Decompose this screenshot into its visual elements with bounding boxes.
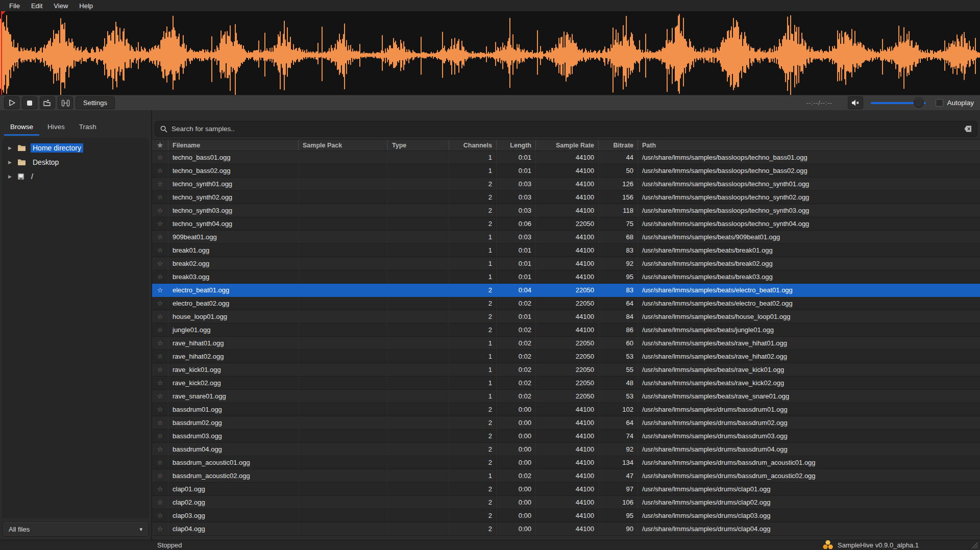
- favorite-star-icon[interactable]: ☆: [152, 509, 168, 522]
- settings-button[interactable]: Settings: [76, 96, 115, 109]
- table-row[interactable]: ☆rave_snare01.ogg10:022205053/usr/share/…: [152, 390, 980, 403]
- favorite-star-icon[interactable]: ☆: [152, 456, 168, 469]
- favorite-star-icon[interactable]: ☆: [152, 244, 168, 257]
- table-row[interactable]: ☆bassdrum01.ogg20:0044100102/usr/share/l…: [152, 403, 980, 416]
- table-row[interactable]: ☆break03.ogg10:014410095/usr/share/lmms/…: [152, 270, 980, 284]
- table-row[interactable]: ☆techno_synth03.ogg20:0344100118/usr/sha…: [152, 204, 980, 217]
- tab-browse[interactable]: Browse: [3, 119, 40, 136]
- table-row[interactable]: ☆techno_synth04.ogg20:062205075/usr/shar…: [152, 217, 980, 231]
- autoplay-checkbox[interactable]: [936, 99, 943, 107]
- table-row[interactable]: ☆bassdrum04.ogg20:004410092/usr/share/lm…: [152, 443, 980, 456]
- favorite-star-icon[interactable]: ☆: [152, 164, 168, 178]
- table-row[interactable]: ☆clap04.ogg20:004410090/usr/share/lmms/s…: [152, 522, 980, 536]
- table-row[interactable]: ☆clap01.ogg20:004410097/usr/share/lmms/s…: [152, 483, 980, 496]
- menu-item-file[interactable]: File: [4, 1, 25, 11]
- expander-icon[interactable]: ▶: [8, 145, 13, 151]
- favorite-star-icon[interactable]: ☆: [152, 443, 168, 456]
- favorite-star-icon[interactable]: ☆: [152, 310, 168, 323]
- waveform-panel[interactable]: [0, 11, 980, 95]
- table-row[interactable]: ☆clap03.ogg20:004410095/usr/share/lmms/s…: [152, 509, 980, 522]
- loop-button[interactable]: [40, 96, 55, 109]
- table-row[interactable]: ☆electro_beat02.ogg20:022205064/usr/shar…: [152, 297, 980, 310]
- table-row[interactable]: ☆house_loop01.ogg20:014410084/usr/share/…: [152, 310, 980, 323]
- table-row[interactable]: ☆rave_hihat01.ogg10:022205060/usr/share/…: [152, 337, 980, 350]
- favorite-star-icon[interactable]: ☆: [152, 350, 168, 363]
- favorite-star-icon[interactable]: ☆: [152, 390, 168, 403]
- column-header-bitrate[interactable]: Bitrate: [599, 140, 638, 151]
- favorite-star-icon[interactable]: ☆: [152, 284, 168, 297]
- volume-knob[interactable]: [914, 97, 924, 108]
- cell-channels: 1: [449, 244, 497, 257]
- favorite-star-icon[interactable]: ☆: [152, 363, 168, 377]
- favorite-star-icon[interactable]: ☆: [152, 522, 168, 536]
- play-button[interactable]: [4, 96, 19, 109]
- favorite-star-icon[interactable]: ☆: [152, 231, 168, 244]
- table-row[interactable]: ☆rave_kick02.ogg10:022205048/usr/share/l…: [152, 377, 980, 390]
- tab-hives[interactable]: Hives: [40, 119, 72, 136]
- search-bar[interactable]: [155, 121, 977, 137]
- volume-slider[interactable]: [871, 96, 926, 109]
- favorite-star-icon[interactable]: ☆: [152, 337, 168, 350]
- table-row[interactable]: ☆electro_beat01.ogg20:042205083/usr/shar…: [152, 284, 980, 297]
- favorite-star-icon[interactable]: ☆: [152, 377, 168, 390]
- waveform-canvas[interactable]: [0, 11, 980, 95]
- resize-grip[interactable]: [970, 540, 978, 548]
- mute-button[interactable]: [848, 96, 863, 109]
- column-header-channels[interactable]: Channels: [449, 140, 497, 151]
- file-filter-dropdown[interactable]: All files ▾: [2, 521, 149, 537]
- favorite-star-icon[interactable]: ☆: [152, 430, 168, 443]
- favorite-star-icon[interactable]: ☆: [152, 323, 168, 337]
- table-row[interactable]: ☆bassdrum_acoustic02.ogg10:024410047/usr…: [152, 469, 980, 483]
- stop-button[interactable]: [22, 96, 37, 109]
- column-header-type[interactable]: Type: [388, 140, 449, 151]
- cell-path: /usr/share/lmms/samples/bassloops/techno…: [638, 217, 980, 231]
- menu-item-view[interactable]: View: [48, 1, 73, 11]
- table-row[interactable]: ☆break02.ogg10:014410092/usr/share/lmms/…: [152, 257, 980, 270]
- search-input[interactable]: [172, 125, 960, 133]
- favorite-star-icon[interactable]: ☆: [152, 191, 168, 204]
- menu-item-help[interactable]: Help: [74, 1, 98, 11]
- favorite-star-icon[interactable]: ☆: [152, 257, 168, 270]
- favorite-column-header-star-icon[interactable]: ★: [152, 140, 168, 151]
- favorite-star-icon[interactable]: ☆: [152, 297, 168, 310]
- table-row[interactable]: ☆jungle01.ogg20:024410086/usr/share/lmms…: [152, 323, 980, 337]
- column-header-sample-pack[interactable]: Sample Pack: [299, 140, 388, 151]
- expander-icon[interactable]: ▶: [8, 160, 13, 165]
- favorite-star-icon[interactable]: ☆: [152, 483, 168, 496]
- table-row[interactable]: ☆rave_kick01.ogg10:022205055/usr/share/l…: [152, 363, 980, 377]
- table-row[interactable]: ☆techno_bass01.ogg10:014410044/usr/share…: [152, 151, 980, 164]
- table-row[interactable]: ☆bassdrum02.ogg20:004410064/usr/share/lm…: [152, 416, 980, 430]
- table-row[interactable]: ☆bassdrum_acoustic01.ogg20:0044100134/us…: [152, 456, 980, 469]
- column-header-length[interactable]: Length: [497, 140, 536, 151]
- menu-item-edit[interactable]: Edit: [26, 1, 47, 11]
- table-row[interactable]: ☆break01.ogg10:014410083/usr/share/lmms/…: [152, 244, 980, 257]
- tree-item--[interactable]: ▶/: [2, 169, 149, 184]
- favorite-star-icon[interactable]: ☆: [152, 204, 168, 217]
- favorite-star-icon[interactable]: ☆: [152, 270, 168, 284]
- table-row[interactable]: ☆bassdrum03.ogg20:004410074/usr/share/lm…: [152, 430, 980, 443]
- expander-icon[interactable]: ▶: [8, 174, 13, 179]
- column-header-filename[interactable]: Filename: [168, 140, 299, 151]
- tab-trash[interactable]: Trash: [72, 119, 104, 136]
- table-row[interactable]: ☆techno_synth01.ogg20:0344100126/usr/sha…: [152, 178, 980, 191]
- tree-item-desktop[interactable]: ▶Desktop: [2, 155, 149, 169]
- table-row[interactable]: ☆909beat01.ogg10:034410068/usr/share/lmm…: [152, 231, 980, 244]
- favorite-star-icon[interactable]: ☆: [152, 151, 168, 164]
- table-row[interactable]: ☆rave_hihat02.ogg10:022205053/usr/share/…: [152, 350, 980, 363]
- playhead-marker[interactable]: [1, 11, 2, 95]
- favorite-star-icon[interactable]: ☆: [152, 403, 168, 416]
- column-header-path[interactable]: Path: [638, 140, 980, 151]
- table-row[interactable]: ☆techno_synth02.ogg20:0344100156/usr/sha…: [152, 191, 980, 204]
- cell-sample-pack: [299, 496, 388, 509]
- clear-search-icon[interactable]: [964, 126, 972, 132]
- favorite-star-icon[interactable]: ☆: [152, 496, 168, 509]
- table-row[interactable]: ☆clap02.ogg20:0044100106/usr/share/lmms/…: [152, 496, 980, 509]
- column-header-sample-rate[interactable]: Sample Rate: [536, 140, 599, 151]
- table-row[interactable]: ☆techno_bass02.ogg10:014410050/usr/share…: [152, 164, 980, 178]
- favorite-star-icon[interactable]: ☆: [152, 217, 168, 231]
- ab-loop-button[interactable]: [58, 96, 73, 109]
- favorite-star-icon[interactable]: ☆: [152, 416, 168, 430]
- favorite-star-icon[interactable]: ☆: [152, 178, 168, 191]
- favorite-star-icon[interactable]: ☆: [152, 469, 168, 483]
- tree-item-home-directory[interactable]: ▶Home directory: [2, 141, 149, 155]
